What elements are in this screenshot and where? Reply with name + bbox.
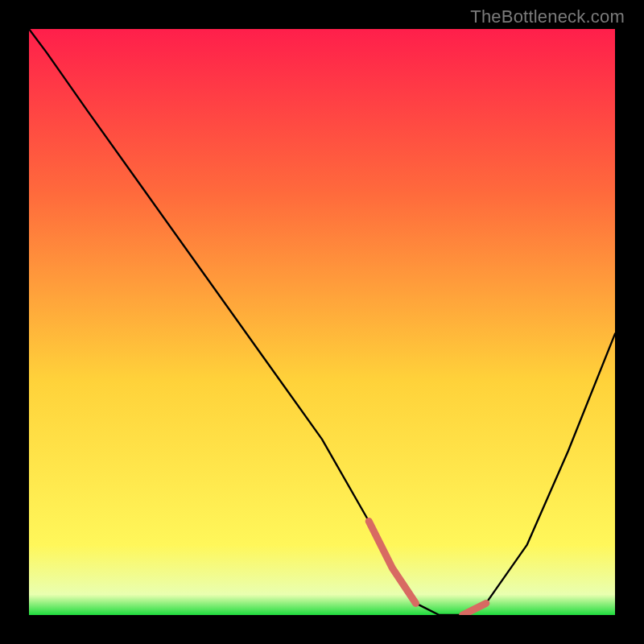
highlight-segment [463, 603, 486, 615]
plot-area [29, 29, 615, 615]
chart-container: TheBottleneck.com [0, 0, 644, 644]
curve-layer [29, 29, 615, 615]
watermark-text: TheBottleneck.com [470, 6, 625, 27]
highlight-segments [369, 522, 486, 616]
highlight-segment [369, 522, 415, 604]
bottleneck-curve [29, 29, 615, 615]
